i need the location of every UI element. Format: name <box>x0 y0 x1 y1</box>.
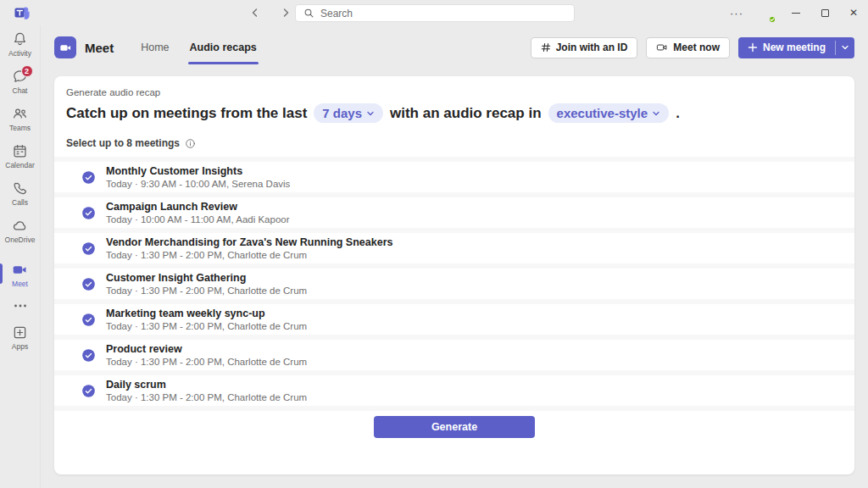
join-with-id-label: Join with an ID <box>556 42 628 53</box>
meeting-title: Vendor Merchandising for Zava's New Runn… <box>106 236 392 248</box>
app-rail: Activity 2 Chat Teams Calendar Calls One… <box>0 25 41 488</box>
meeting-row[interactable]: Monthly Customer Insights Today · 9:30 A… <box>54 162 854 197</box>
meeting-title: Marketing team weekly sync-up <box>106 308 307 319</box>
meeting-details: Today · 1:30 PM - 2:00 PM, Charlotte de … <box>106 250 392 260</box>
new-meeting-split-button: New meeting <box>738 37 854 58</box>
new-meeting-label: New meeting <box>763 42 826 53</box>
selected-check-icon[interactable] <box>81 384 96 398</box>
chat-unread-badge: 2 <box>21 65 33 77</box>
meeting-details: Today · 1:30 PM - 2:00 PM, Charlotte de … <box>106 321 307 331</box>
style-dropdown[interactable]: executive-style <box>548 103 670 123</box>
camera-outline-icon <box>656 42 668 53</box>
info-icon[interactable] <box>185 138 196 149</box>
sidebar-item-label: OneDrive <box>5 236 36 244</box>
meeting-details: Today · 1:30 PM - 2:00 PM, Charlotte de … <box>106 357 307 367</box>
selected-check-icon[interactable] <box>81 206 96 220</box>
sidebar-item-label: Teams <box>9 124 31 132</box>
generate-button[interactable]: Generate <box>374 416 535 438</box>
sidebar-item-apps[interactable]: Apps <box>0 319 41 356</box>
sidebar-item-label: Activity <box>8 49 31 58</box>
meeting-title: Monthly Customer Insights <box>106 165 290 177</box>
select-meetings-label: Select up to 8 meetings <box>66 137 180 149</box>
minimize-button[interactable] <box>782 0 810 25</box>
selected-check-icon[interactable] <box>81 313 96 327</box>
headline-part2: with an audio recap in <box>390 105 542 122</box>
search-bar[interactable] <box>295 4 575 22</box>
meeting-details: Today · 9:30 AM - 10:00 AM, Serena Davis <box>106 179 290 189</box>
meeting-row[interactable]: Customer Insight Gathering Today · 1:30 … <box>54 269 854 304</box>
chevron-down-icon <box>652 109 660 118</box>
calendar-icon <box>12 143 28 159</box>
selected-check-icon[interactable] <box>81 348 96 363</box>
selected-check-icon[interactable] <box>81 241 96 256</box>
plus-icon <box>748 42 758 53</box>
meeting-details: Today · 1:30 PM - 2:00 PM, Charlotte de … <box>106 392 307 402</box>
sidebar-item-label: Meet <box>12 280 28 288</box>
minimize-icon <box>792 13 800 14</box>
close-icon: ✕ <box>849 8 858 18</box>
back-icon[interactable] <box>246 3 264 22</box>
tab-audio-recaps[interactable]: Audio recaps <box>180 25 267 69</box>
close-button[interactable]: ✕ <box>839 0 868 25</box>
meet-now-button[interactable]: Meet now <box>646 37 730 58</box>
meeting-row[interactable]: Campaign Launch Review Today · 10:00 AM … <box>54 197 854 233</box>
phone-icon <box>12 180 28 197</box>
apps-plus-icon <box>12 324 28 341</box>
style-dropdown-value: executive-style <box>557 106 648 120</box>
section-eyebrow: Generate audio recap <box>66 87 854 97</box>
meeting-details: Today · 1:30 PM - 2:00 PM, Charlotte de … <box>106 286 307 296</box>
meeting-title: Product review <box>106 343 307 355</box>
rail-more-button[interactable] <box>14 293 27 319</box>
video-camera-icon <box>12 262 28 278</box>
sidebar-item-activity[interactable]: Activity <box>0 25 41 63</box>
sidebar-item-teams[interactable]: Teams <box>0 100 41 137</box>
page-title: Meet <box>85 41 114 55</box>
search-icon <box>303 8 314 19</box>
maximize-button[interactable] <box>810 0 839 25</box>
maximize-icon <box>821 9 829 17</box>
meeting-row[interactable]: Marketing team weekly sync-up Today · 1:… <box>54 304 854 340</box>
headline-part3: . <box>676 105 680 122</box>
selected-check-icon[interactable] <box>81 277 96 291</box>
new-meeting-button[interactable]: New meeting <box>738 37 835 58</box>
bell-icon <box>12 31 28 47</box>
titlebar-more-button[interactable]: ··· <box>724 7 749 19</box>
tab-home[interactable]: Home <box>131 25 179 69</box>
teams-logo-icon <box>14 4 31 21</box>
new-meeting-dropdown-button[interactable] <box>836 37 854 58</box>
meeting-title: Customer Insight Gathering <box>106 272 307 284</box>
people-icon <box>12 106 28 122</box>
sidebar-item-label: Calls <box>12 198 28 207</box>
tab-bar: Home Audio recaps <box>131 25 267 69</box>
forward-icon[interactable] <box>276 3 295 22</box>
meeting-title: Campaign Launch Review <box>106 201 290 213</box>
meeting-row[interactable]: Product review Today · 1:30 PM - 2:00 PM… <box>54 340 854 375</box>
sidebar-item-chat[interactable]: 2 Chat <box>0 63 41 100</box>
sidebar-item-meet[interactable]: Meet <box>0 256 41 293</box>
sidebar-item-calls[interactable]: Calls <box>0 175 41 212</box>
join-with-id-button[interactable]: Join with an ID <box>531 37 638 58</box>
title-bar: ··· ✕ <box>0 0 868 25</box>
audio-recap-panel: Generate audio recap Catch up on meeting… <box>54 76 854 474</box>
chevron-down-icon <box>841 43 849 52</box>
days-dropdown-value: 7 days <box>322 106 362 120</box>
hash-icon <box>541 42 551 53</box>
user-avatar[interactable] <box>756 3 775 22</box>
sidebar-item-calendar[interactable]: Calendar <box>0 137 41 175</box>
cloud-icon <box>12 218 28 234</box>
meeting-details: Today · 10:00 AM - 11:00 AM, Aadi Kapoor <box>106 214 290 225</box>
meet-now-label: Meet now <box>673 42 720 53</box>
sidebar-item-label: Calendar <box>5 161 35 169</box>
presence-available-icon <box>768 15 776 24</box>
sidebar-item-onedrive[interactable]: OneDrive <box>0 212 41 249</box>
meet-app-icon <box>54 36 76 58</box>
search-input[interactable] <box>320 8 566 19</box>
meeting-row[interactable]: Daily scrum Today · 1:30 PM - 2:00 PM, C… <box>54 375 854 411</box>
days-dropdown[interactable]: 7 days <box>314 103 383 123</box>
selected-check-icon[interactable] <box>81 170 96 185</box>
app-header: Meet Home Audio recaps Join with an ID M… <box>41 25 868 69</box>
chevron-down-icon <box>366 109 375 118</box>
meeting-row[interactable]: Vendor Merchandising for Zava's New Runn… <box>54 233 854 269</box>
headline-part1: Catch up on meetings from the last <box>66 105 307 122</box>
sidebar-item-label: Chat <box>13 86 28 95</box>
